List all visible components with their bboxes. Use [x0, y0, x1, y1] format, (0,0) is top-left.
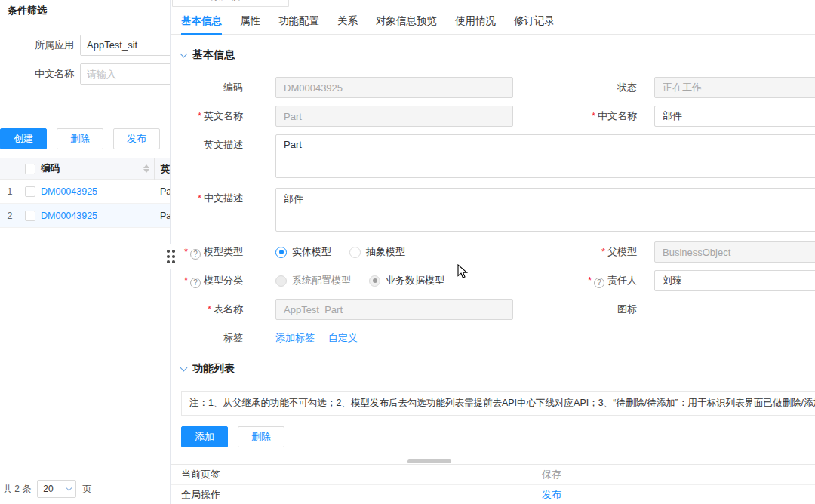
tags-row: 标签 添加标签 自定义 — [181, 327, 815, 349]
tab-revision[interactable]: 修订记录 — [514, 8, 555, 35]
chinese-desc-row: *中文描述 部件 — [181, 188, 815, 234]
table-row[interactable]: 1 DM00043925 Part — [0, 180, 171, 204]
model-type-label: 模型类型 — [204, 246, 243, 257]
delete-function-button[interactable]: 删除 — [238, 426, 284, 447]
owner-field[interactable]: 刘臻 — [654, 270, 815, 291]
page-unit-label: 页 — [82, 483, 91, 496]
delete-button[interactable]: 删除 — [57, 128, 103, 149]
chinese-name-label: 中文名称 — [598, 110, 637, 121]
model-table-header: 编码 英文名称 — [0, 158, 171, 180]
help-icon[interactable] — [190, 278, 201, 288]
tab-attributes[interactable]: 属性 — [240, 8, 260, 35]
code-status-row: 编码 DM00043925 状态 正在工作 — [181, 77, 815, 98]
panel-drag-handle[interactable] — [166, 244, 176, 269]
current-tab-actions-row: 当前页签 保存 — [171, 464, 815, 484]
owner-label: 责任人 — [607, 275, 637, 286]
chevron-down-icon — [180, 50, 188, 57]
model-class-radio-group: 系统配置模型 业务数据模型 — [275, 270, 513, 291]
radio-selected-icon — [275, 247, 287, 258]
global-publish-button[interactable]: 发布 — [542, 485, 561, 504]
required-asterisk: * — [601, 246, 605, 257]
required-asterisk: * — [208, 303, 211, 315]
app-window: 条件筛选 所属应用 AppTest_sit 中文名称 创建 删除 发布 编码 — [0, 0, 815, 504]
publish-button[interactable]: 发布 — [113, 128, 160, 149]
name-filter-label: 中文名称 — [0, 67, 80, 81]
chevron-down-icon — [180, 364, 188, 371]
page-size-select[interactable]: 20 — [37, 480, 76, 498]
model-class-label: 模型分类 — [204, 275, 243, 286]
status-field: 正在工作 — [654, 77, 815, 98]
code-field: DM00043925 — [275, 77, 513, 98]
row-english-name: Part — [154, 180, 171, 204]
tab-relations[interactable]: 关系 — [337, 8, 358, 35]
table-name-label: 表名称 — [214, 303, 243, 315]
required-asterisk: * — [184, 246, 188, 257]
row-index: 2 — [0, 211, 20, 221]
english-name-label: 英文名称 — [204, 110, 243, 121]
english-desc-textarea[interactable]: Part — [275, 134, 815, 178]
parent-model-field: BusinessObject — [654, 241, 815, 263]
radio-entity-model[interactable]: 实体模型 — [275, 245, 331, 259]
model-type-row: *模型类型 实体模型 抽象模型 *父模型 BusinessObject — [181, 241, 815, 263]
add-tag-link[interactable]: 添加标签 — [275, 332, 315, 343]
function-list-section-title: 功能列表 — [192, 362, 235, 376]
app-filter-row: 所属应用 AppTest_sit — [0, 35, 171, 56]
function-list-section-header[interactable]: 功能列表 — [181, 362, 815, 376]
basic-info-section-header[interactable]: 基本信息 — [181, 48, 815, 62]
model-code-link[interactable]: DM00043925 — [41, 211, 97, 221]
code-label: 编码 — [181, 77, 243, 98]
window-tab[interactable]: 数据模型 — [172, 0, 289, 7]
global-actions-row: 全局操作 发布 — [171, 484, 815, 504]
app-select[interactable]: AppTest_sit — [80, 35, 171, 56]
function-list-buttons: 添加 删除 — [181, 426, 815, 447]
icon-label: 图标 — [513, 299, 637, 320]
save-button[interactable]: 保存 — [542, 465, 561, 484]
row-index: 1 — [0, 186, 20, 197]
select-all-checkbox[interactable] — [25, 164, 35, 174]
sort-icon[interactable] — [143, 164, 149, 173]
list-action-buttons: 创建 删除 发布 — [0, 128, 160, 149]
tab-object-preview[interactable]: 对象信息预览 — [376, 8, 437, 35]
radio-disabled-icon — [275, 275, 287, 287]
row-checkbox[interactable] — [25, 186, 35, 197]
function-list-note: 注：1、从父继承的功能不可勾选；2、模型发布后去勾选功能列表需提前去API中心下… — [181, 391, 815, 416]
names-row: *英文名称 Part *中文名称 部件 — [181, 106, 815, 127]
filter-panel-title: 条件筛选 — [8, 4, 47, 17]
english-desc-row: 英文描述 Part — [181, 134, 815, 180]
required-asterisk: * — [198, 110, 201, 121]
chinese-name-input[interactable] — [80, 63, 171, 85]
create-button[interactable]: 创建 — [0, 128, 47, 149]
chinese-desc-textarea[interactable]: 部件 — [275, 188, 815, 232]
english-desc-label: 英文描述 — [181, 134, 243, 155]
english-name-column-header: 英文名称 — [154, 158, 171, 180]
custom-tag-link[interactable]: 自定义 — [328, 332, 358, 343]
table-name-row: *表名称 AppTest_Part 图标 — [181, 299, 815, 320]
required-asterisk: * — [592, 110, 595, 121]
tags-label: 标签 — [181, 327, 243, 349]
add-function-button[interactable]: 添加 — [181, 426, 228, 447]
basic-info-section-title: 基本信息 — [192, 48, 235, 62]
status-label: 状态 — [513, 77, 637, 98]
detail-panel: 数据模型 基本信息 属性 功能配置 关系 对象信息预览 使用情况 修订记录 基本… — [171, 0, 815, 504]
row-checkbox[interactable] — [25, 211, 35, 221]
tab-function-config[interactable]: 功能配置 — [278, 8, 319, 35]
row-english-name: Part — [154, 204, 171, 228]
horizontal-scrollbar[interactable] — [408, 459, 451, 463]
current-tab-label: 当前页签 — [181, 469, 220, 480]
tab-usage[interactable]: 使用情况 — [455, 8, 496, 35]
model-code-link[interactable]: DM00043925 — [41, 186, 97, 197]
model-class-row: *模型分类 系统配置模型 业务数据模型 *责任人 刘臻 — [181, 270, 815, 291]
tab-basic-info[interactable]: 基本信息 — [181, 8, 222, 35]
chinese-name-field[interactable]: 部件 — [654, 106, 815, 127]
global-operations-label: 全局操作 — [181, 489, 220, 500]
radio-business-data-model: 业务数据模型 — [369, 274, 444, 287]
help-icon[interactable] — [190, 249, 201, 260]
detail-content: 基本信息 编码 DM00043925 状态 正在工作 *英文名称 Part *中… — [171, 35, 815, 464]
help-icon[interactable] — [594, 278, 604, 288]
radio-abstract-model[interactable]: 抽象模型 — [349, 245, 405, 259]
required-asterisk: * — [198, 192, 201, 204]
radio-unselected-icon — [349, 247, 361, 258]
table-row[interactable]: 2 DM00043925 Part — [0, 204, 171, 228]
total-count: 共 2 条 — [3, 483, 31, 496]
name-filter-row: 中文名称 — [0, 63, 171, 85]
